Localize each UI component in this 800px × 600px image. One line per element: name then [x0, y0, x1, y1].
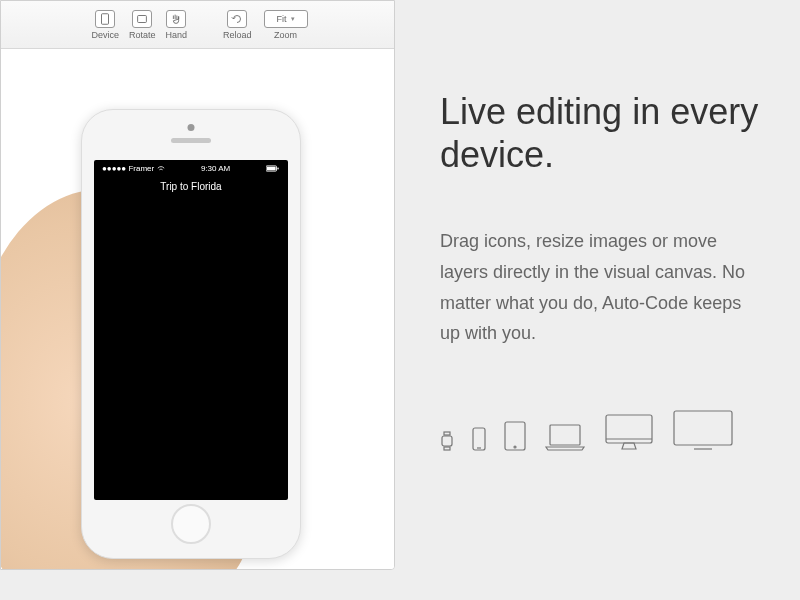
battery-icon [266, 165, 280, 172]
reload-icon [227, 10, 247, 28]
phone-icon [472, 427, 486, 451]
hand-label: Hand [166, 30, 188, 40]
svg-rect-12 [550, 425, 580, 445]
svg-rect-15 [674, 411, 732, 445]
svg-rect-5 [442, 436, 452, 446]
device-icons-row [440, 409, 760, 451]
laptop-icon [544, 423, 586, 451]
rotate-label: Rotate [129, 30, 156, 40]
tv-icon [672, 409, 734, 451]
app-window: Device Rotate Hand [0, 0, 395, 570]
rotate-button[interactable]: Rotate [125, 8, 160, 42]
zoom-label: Zoom [274, 30, 297, 40]
phone-camera [188, 124, 195, 131]
zoom-select[interactable]: Fit ▾ Zoom [264, 10, 308, 40]
tablet-icon [504, 421, 526, 451]
device-icon [95, 10, 115, 28]
status-bar: ●●●●● Framer 9:30 AM [94, 160, 288, 177]
svg-rect-8 [473, 428, 485, 450]
svg-rect-4 [277, 168, 278, 170]
hand-button[interactable]: Hand [162, 8, 192, 42]
chevron-down-icon: ▾ [291, 15, 295, 23]
device-label: Device [91, 30, 119, 40]
svg-point-11 [514, 446, 516, 448]
canvas-area[interactable]: ●●●●● Framer 9:30 AM Trip to Florida [1, 49, 394, 569]
svg-rect-7 [444, 447, 450, 450]
carrier-text: ●●●●● Framer [102, 164, 154, 173]
reload-label: Reload [223, 30, 252, 40]
device-button[interactable]: Device [87, 8, 123, 42]
reload-button[interactable]: Reload [219, 8, 256, 42]
svg-rect-1 [138, 15, 147, 22]
watch-icon [440, 431, 454, 451]
hand-icon [166, 10, 186, 28]
rotate-icon [132, 10, 152, 28]
home-button[interactable] [171, 504, 211, 544]
marketing-panel: Live editing in every device. Drag icons… [400, 0, 800, 600]
toolbar: Device Rotate Hand [1, 1, 394, 49]
body-text: Drag icons, resize images or move layers… [440, 226, 760, 348]
wifi-icon [157, 165, 165, 173]
screen-title: Trip to Florida [94, 181, 288, 192]
headline: Live editing in every device. [440, 90, 760, 176]
svg-rect-3 [267, 167, 276, 171]
time-text: 9:30 AM [201, 164, 230, 173]
phone-mockup: ●●●●● Framer 9:30 AM Trip to Florida [81, 109, 301, 559]
phone-speaker [171, 138, 211, 143]
svg-rect-6 [444, 432, 450, 435]
desktop-icon [604, 413, 654, 451]
phone-screen: ●●●●● Framer 9:30 AM Trip to Florida [94, 160, 288, 500]
svg-rect-0 [102, 13, 109, 24]
zoom-value: Fit [277, 14, 287, 24]
